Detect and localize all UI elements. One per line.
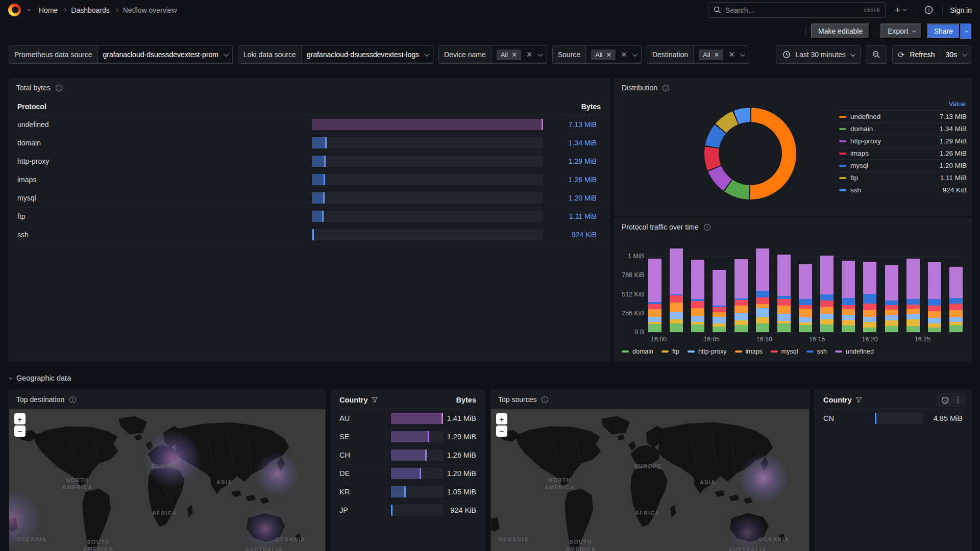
filter-funnel-icon[interactable] [855, 397, 862, 403]
panel-menu-icon[interactable]: ⋮ [954, 396, 962, 404]
section-geographic-data[interactable]: Geographic data [9, 374, 71, 382]
remove-chip-icon[interactable]: ✕ [714, 51, 719, 59]
bar-segment-domain [734, 325, 748, 332]
filter-chip-all[interactable]: All✕ [699, 49, 723, 60]
bar-segment-mysql [670, 295, 683, 303]
map-zoom-in-button[interactable]: + [496, 413, 507, 424]
stacked-bar[interactable] [777, 255, 791, 332]
legend-item[interactable]: mysql1.20 MiB [839, 159, 967, 171]
stacked-bar[interactable] [928, 262, 941, 332]
legend-item[interactable]: http-proxy [688, 348, 727, 355]
remove-chip-icon[interactable]: ✕ [511, 51, 517, 59]
legend-item[interactable]: domain [622, 348, 653, 355]
bar-segment-domain [820, 324, 834, 332]
prometheus-datasource-select[interactable]: grafanacloud-dsuessdevextest-prom [98, 46, 232, 63]
legend-item[interactable]: mysql [771, 348, 798, 355]
legend-item[interactable]: undefined [835, 348, 874, 355]
device-name-filter-value[interactable]: All✕ ✕ [492, 46, 547, 63]
search-box[interactable]: ctrl+k [708, 2, 886, 18]
breadcrumb-home[interactable]: Home [39, 6, 58, 14]
legend-value-header[interactable]: Value [839, 98, 967, 110]
column-header-bytes[interactable]: Bytes [543, 103, 601, 111]
org-switcher-chevron-icon[interactable] [27, 8, 31, 11]
search-input[interactable] [725, 6, 860, 14]
legend-item[interactable]: http-proxy1.29 MiB [839, 135, 967, 147]
help-button[interactable]: ? [922, 4, 935, 16]
filter-chip-all[interactable]: All✕ [497, 49, 521, 60]
column-header-country[interactable]: Country [339, 396, 386, 404]
remove-chip-icon[interactable]: ✕ [606, 51, 611, 59]
map-zoom-out-button[interactable]: − [496, 425, 507, 437]
add-new-button[interactable]: + [893, 3, 908, 17]
legend-label: ftp [672, 348, 679, 355]
stacked-bar[interactable] [842, 261, 855, 332]
x-axis-labels: 16:0016:0516:1016:1516:2016:25 [648, 336, 965, 344]
filter-funnel-icon[interactable] [372, 397, 378, 403]
legend-swatch-icon [622, 350, 629, 353]
bar-segment-domain [756, 323, 769, 332]
stacked-bar[interactable] [648, 259, 662, 332]
stacked-bar[interactable] [691, 260, 704, 332]
info-icon[interactable] [541, 396, 549, 404]
column-header-bytes[interactable]: Bytes [443, 396, 476, 404]
stacked-bar[interactable] [713, 270, 726, 332]
legend-item[interactable]: ssh [806, 348, 827, 355]
map-zoom-in-button[interactable]: + [14, 413, 26, 424]
breadcrumb-dashboards[interactable]: Dashboards [71, 6, 110, 14]
stacked-bar[interactable] [863, 262, 876, 332]
legend-item[interactable]: imaps [735, 348, 763, 355]
stacked-bar[interactable] [670, 248, 683, 332]
stacked-bar[interactable] [799, 264, 812, 332]
info-icon[interactable] [703, 223, 711, 231]
stacked-bar[interactable] [949, 267, 963, 332]
filter-chip-all[interactable]: All✕ [591, 49, 616, 60]
legend-item[interactable]: ftp1.11 MiB [839, 171, 967, 184]
sign-in-button[interactable]: Sign in [950, 6, 972, 14]
legend-item[interactable]: undefined7.13 MiB [839, 110, 967, 122]
clear-filter-icon[interactable]: ✕ [526, 50, 533, 59]
chevron-down-icon [850, 52, 855, 57]
info-icon[interactable] [69, 396, 77, 404]
bar-segment-mysql [949, 304, 963, 310]
refresh-button[interactable]: ⟳ Refresh [893, 46, 940, 63]
destination-filter-label: Destination [647, 46, 694, 63]
info-icon[interactable] [941, 396, 949, 404]
grafana-logo[interactable] [8, 4, 21, 16]
stacked-bar[interactable] [885, 265, 898, 332]
stacked-bar[interactable] [734, 259, 748, 332]
bar-segment-mysql [648, 304, 662, 309]
export-button[interactable]: Export [880, 23, 921, 39]
refresh-interval-select[interactable]: 30s [940, 46, 971, 63]
time-zoom-out-button[interactable] [866, 45, 887, 64]
donut-chart[interactable] [704, 108, 796, 199]
bar-segment-http-proxy [820, 314, 834, 319]
share-menu-chevron[interactable] [960, 23, 971, 39]
y-axis-tick: 512 KiB [616, 291, 644, 298]
stacked-bar[interactable] [756, 248, 769, 332]
legend-item[interactable]: ssh924 KiB [839, 184, 967, 196]
legend-item[interactable]: imaps1.26 MiB [839, 147, 967, 159]
stacked-bar-chart[interactable] [648, 244, 965, 332]
column-header-protocol[interactable]: Protocol [17, 103, 312, 111]
legend-item[interactable]: domain1.34 MiB [839, 122, 967, 135]
bar-segment-undefined [734, 259, 748, 298]
time-range-picker[interactable]: Last 30 minutes [776, 45, 861, 64]
clear-filter-icon[interactable]: ✕ [621, 50, 627, 59]
stacked-bar[interactable] [820, 256, 834, 332]
info-icon[interactable] [55, 84, 63, 92]
sources-geomap[interactable]: + − NORTHAMERICASOUTHAMERICAEUROPEAFRICA… [491, 409, 809, 551]
clear-filter-icon[interactable]: ✕ [728, 50, 735, 59]
legend-item[interactable]: ftp [662, 348, 679, 355]
info-icon[interactable] [662, 84, 670, 92]
share-button[interactable]: Share [927, 23, 960, 39]
destination-geomap[interactable]: + − NORTHAMERICASOUTHAMERICAEUROPEAFRICA… [9, 409, 325, 551]
map-zoom-out-button[interactable]: − [14, 425, 26, 437]
bar-segment-http-proxy [648, 317, 662, 322]
loki-datasource-select[interactable]: grafanacloud-dsuessdevextest-logs [302, 46, 433, 63]
make-editable-button[interactable]: Make editable [811, 23, 870, 39]
source-filter-value[interactable]: All✕ ✕ [586, 46, 641, 63]
stacked-bar[interactable] [906, 259, 920, 332]
bar-gauge-track [391, 413, 443, 424]
destination-filter-value[interactable]: All✕ ✕ [694, 46, 749, 63]
column-header-country[interactable]: Country [823, 396, 870, 404]
